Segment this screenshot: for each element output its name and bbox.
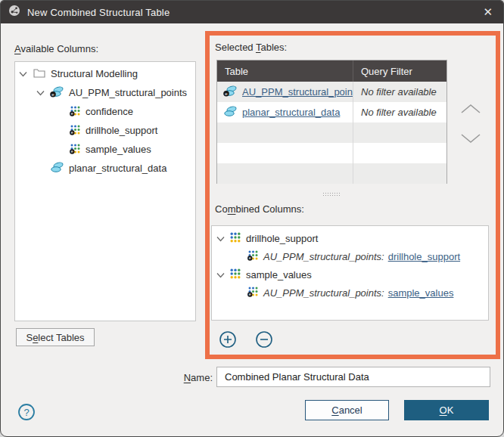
tree-item-sample-values[interactable]: e sample_values [15,140,195,159]
tree-item-planar-structural-data[interactable]: planar_structural_data [15,159,195,178]
combined-columns-tree: drillhole_support e AU_PPM_structural_po… [211,225,489,321]
chevron-up-icon [460,103,481,118]
selected-tables-table: Table Query Filter e AU_PPM_structural_p… [216,60,447,184]
svg-text:e: e [71,111,73,116]
table-link-planar-structural-data[interactable]: planar_structural_data [242,107,340,118]
svg-text:?: ? [23,407,29,418]
query-filter-value: No filter available [353,102,446,122]
select-tables-button[interactable]: Select Tables [16,328,95,346]
source-column-link[interactable]: sample_values [388,287,454,299]
svg-text:e: e [71,149,73,153]
chevron-down-icon[interactable] [19,68,27,79]
tree-item-structural-modelling[interactable]: Structural Modelling [15,64,195,83]
help-button[interactable]: ? [17,403,36,421]
table-row-empty[interactable] [217,143,446,163]
chevron-down-icon[interactable] [36,87,45,98]
available-columns-tree: Structural Modelling e AU_PPM_structural… [14,61,196,321]
chevron-down-icon[interactable] [216,233,225,244]
table-row[interactable]: planar_structural_data No filter availab… [217,102,446,122]
app-logo-icon [8,5,20,20]
selected-tables-label: Selected Tables: [215,42,287,53]
tree-item-label: drillhole_support [86,125,157,136]
remove-combined-column-button[interactable] [255,330,273,349]
structural-points-table-icon: e [223,85,238,99]
title-bar[interactable]: New Combined Structural Table ✕ [1,1,503,23]
name-input[interactable] [216,367,490,387]
query-filter-value: No filter available [353,82,446,102]
dialog-title: New Combined Structural Table [27,7,170,18]
column-dots-icon: e [247,249,259,263]
column-dots-icon: e [70,124,81,138]
column-dots-icon: e [247,286,259,299]
add-combined-column-button[interactable] [219,330,237,349]
column-dots-icon: e [70,143,81,157]
table-row[interactable]: e AU_PPM_structural_poin... No filter av… [217,82,446,102]
tree-item-label: sample_values [86,144,151,155]
name-label: Name: [152,372,213,383]
dialog-new-combined-structural-table: New Combined Structural Table ✕ Availabl… [0,0,504,437]
planar-table-icon [50,161,64,175]
table-row-empty[interactable] [217,163,446,184]
structural-points-table-icon: e [50,85,64,100]
folder-icon [33,68,45,80]
move-down-button[interactable] [459,132,482,147]
close-button[interactable]: ✕ [483,1,493,23]
planar-table-icon [223,105,238,119]
chevron-down-icon [460,132,481,147]
combined-column-dots-icon [229,268,241,282]
table-row-empty[interactable] [217,122,446,143]
tree-item-label: planar_structural_data [69,163,166,174]
tree-item-au-ppm-structural-points[interactable]: e AU_PPM_structural_points [15,83,195,102]
source-column-link[interactable]: drillhole_support [388,251,460,262]
source-table-name: AU_PPM_structural_points: [263,251,384,262]
tree-item-label: AU_PPM_structural_points [69,87,187,98]
close-icon: ✕ [483,5,493,19]
chevron-down-icon[interactable] [216,269,225,280]
column-header-query-filter[interactable]: Query Filter [353,60,446,82]
table-link-au-ppm-structural-points[interactable]: AU_PPM_structural_poin... [242,86,353,98]
available-columns-label: Available Columns: [14,43,98,54]
move-up-button[interactable] [459,103,482,118]
svg-text:e: e [71,130,73,135]
tree-item-confidence[interactable]: e confidence [15,102,195,121]
combined-source-row[interactable]: e AU_PPM_structural_points: drillhole_su… [212,247,488,265]
combined-group-label: drillhole_support [246,233,318,244]
combined-source-row[interactable]: e AU_PPM_structural_points: sample_value… [212,284,488,302]
minus-circle-icon [255,338,273,351]
combined-group-label: sample_values [246,269,312,280]
column-dots-icon: e [70,105,81,119]
combined-group-drillhole-support[interactable]: drillhole_support [212,229,488,247]
combined-columns-label: Combined Columns: [215,203,304,215]
tree-item-label: Structural Modelling [51,68,138,79]
combined-column-dots-icon [229,231,241,246]
screen: New Combined Structural Table ✕ Availabl… [0,0,504,437]
tree-item-drillhole-support[interactable]: e drillhole_support [15,121,195,140]
combined-group-sample-values[interactable]: sample_values [212,265,488,284]
cancel-button[interactable]: Cancel [305,400,389,420]
splitter-handle[interactable] [322,192,341,197]
ok-button[interactable]: OK [404,400,489,420]
source-table-name: AU_PPM_structural_points: [263,287,384,299]
help-icon: ? [17,411,36,423]
column-header-table[interactable]: Table [217,60,353,82]
svg-text:e: e [249,256,251,260]
svg-text:e: e [249,292,251,296]
plus-circle-icon [219,338,237,351]
tree-item-label: confidence [86,106,133,117]
table-header-row: Table Query Filter [217,60,446,82]
